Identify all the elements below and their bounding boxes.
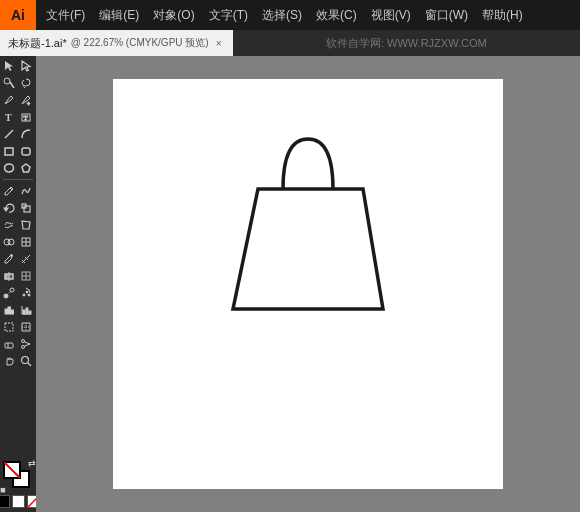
line-tool[interactable] bbox=[1, 126, 17, 142]
rotate-tool[interactable] bbox=[1, 200, 17, 216]
measure-tool[interactable] bbox=[18, 251, 34, 267]
menu-view[interactable]: 视图(V) bbox=[365, 0, 417, 30]
menu-effect[interactable]: 效果(C) bbox=[310, 0, 363, 30]
svg-line-56 bbox=[28, 363, 31, 366]
mesh-tool[interactable] bbox=[18, 268, 34, 284]
shape-builder-tool[interactable] bbox=[1, 234, 17, 250]
magic-lasso-row bbox=[1, 75, 35, 91]
pencil-tool[interactable] bbox=[1, 183, 17, 199]
svg-text:T: T bbox=[24, 114, 29, 122]
separator-1 bbox=[3, 179, 33, 180]
svg-text:+: + bbox=[27, 100, 30, 106]
fill-color-box[interactable] bbox=[3, 461, 21, 479]
color-area: ⇄ ◼ bbox=[0, 461, 40, 512]
blend-tool[interactable] bbox=[1, 285, 17, 301]
column-graph-tool[interactable] bbox=[18, 302, 34, 318]
svg-line-0 bbox=[10, 82, 14, 88]
ellipse-row bbox=[1, 160, 35, 176]
svg-rect-38 bbox=[5, 309, 8, 314]
active-tab[interactable]: 未标题-1.ai* @ 222.67% (CMYK/GPU 预览) × bbox=[0, 30, 233, 56]
tab-label: 未标题-1.ai* bbox=[8, 36, 67, 51]
svg-point-32 bbox=[4, 294, 8, 298]
svg-line-3 bbox=[5, 102, 7, 104]
svg-line-8 bbox=[5, 130, 13, 138]
artboard-row bbox=[1, 319, 35, 335]
svg-point-33 bbox=[10, 288, 14, 292]
svg-line-53 bbox=[24, 342, 30, 344]
svg-marker-12 bbox=[22, 164, 30, 172]
pen-tool[interactable] bbox=[1, 92, 17, 108]
add-anchor-tool[interactable]: + bbox=[18, 92, 34, 108]
rectangle-tool[interactable] bbox=[1, 143, 17, 159]
svg-rect-44 bbox=[26, 308, 28, 314]
magic-wand-tool[interactable] bbox=[1, 75, 17, 91]
ellipse-tool[interactable] bbox=[1, 160, 17, 176]
area-type-tool[interactable]: T bbox=[18, 109, 34, 125]
solid-color-button[interactable] bbox=[0, 495, 10, 508]
artboard-tool[interactable] bbox=[1, 319, 17, 335]
tabbar: 未标题-1.ai* @ 222.67% (CMYK/GPU 预览) × 软件自学… bbox=[0, 30, 580, 56]
scissors-tool[interactable] bbox=[18, 336, 34, 352]
menu-select[interactable]: 选择(S) bbox=[256, 0, 308, 30]
arc-tool[interactable] bbox=[18, 126, 34, 142]
direct-selection-tool[interactable] bbox=[18, 58, 34, 74]
svg-point-22 bbox=[11, 255, 13, 257]
type-tool[interactable]: T bbox=[1, 109, 17, 125]
svg-point-37 bbox=[28, 294, 30, 296]
svg-point-35 bbox=[23, 294, 25, 296]
svg-line-34 bbox=[7, 291, 10, 294]
watermark-text: 软件自学网: WWW.RJZXW.COM bbox=[233, 36, 580, 51]
eyedropper-tool[interactable] bbox=[1, 251, 17, 267]
pencil-row bbox=[1, 183, 35, 199]
svg-point-18 bbox=[8, 239, 14, 245]
eraser-tool[interactable] bbox=[1, 336, 17, 352]
free-transform-tool[interactable] bbox=[18, 217, 34, 233]
menu-bar: 文件(F) 编辑(E) 对象(O) 文字(T) 选择(S) 效果(C) 视图(V… bbox=[36, 0, 580, 30]
live-paint-tool[interactable] bbox=[18, 234, 34, 250]
ai-logo: Ai bbox=[0, 0, 36, 30]
hand-tool[interactable] bbox=[1, 353, 17, 369]
menu-object[interactable]: 对象(O) bbox=[147, 0, 200, 30]
svg-rect-9 bbox=[5, 148, 13, 155]
blend-row bbox=[1, 285, 35, 301]
gradient-row bbox=[1, 268, 35, 284]
eraser-row bbox=[1, 336, 35, 352]
swap-colors-icon[interactable]: ⇄ bbox=[28, 458, 36, 468]
rounded-rect-tool[interactable] bbox=[18, 143, 34, 159]
symbol-spray-tool[interactable] bbox=[18, 285, 34, 301]
warp-row bbox=[1, 217, 35, 233]
reset-colors-icon[interactable]: ◼ bbox=[0, 486, 6, 494]
svg-text:T: T bbox=[5, 112, 12, 123]
bag-illustration bbox=[208, 109, 408, 329]
menu-file[interactable]: 文件(F) bbox=[40, 0, 91, 30]
menu-type[interactable]: 文字(T) bbox=[203, 0, 254, 30]
shapebuilder-row bbox=[1, 234, 35, 250]
tab-close-button[interactable]: × bbox=[213, 37, 225, 49]
shape-row bbox=[1, 143, 35, 159]
type-row: T T bbox=[1, 109, 35, 125]
svg-rect-10 bbox=[22, 148, 30, 155]
gradient-tool[interactable] bbox=[1, 268, 17, 284]
menu-help[interactable]: 帮助(H) bbox=[476, 0, 529, 30]
slice-tool[interactable] bbox=[18, 319, 34, 335]
titlebar: Ai 文件(F) 编辑(E) 对象(O) 文字(T) 选择(S) 效果(C) 视… bbox=[0, 0, 580, 30]
menu-window[interactable]: 窗口(W) bbox=[419, 0, 474, 30]
artboard bbox=[113, 79, 503, 489]
selection-tool[interactable] bbox=[1, 58, 17, 74]
warp-tool[interactable] bbox=[1, 217, 17, 233]
scale-tool[interactable] bbox=[18, 200, 34, 216]
smooth-tool[interactable] bbox=[18, 183, 34, 199]
tab-info: @ 222.67% (CMYK/GPU 预览) bbox=[71, 36, 209, 50]
svg-rect-46 bbox=[5, 323, 13, 331]
line-row bbox=[1, 126, 35, 142]
graph-tool[interactable] bbox=[1, 302, 17, 318]
menu-edit[interactable]: 编辑(E) bbox=[93, 0, 145, 30]
main-area: + T T bbox=[0, 56, 580, 512]
svg-line-2 bbox=[24, 87, 26, 89]
zoom-tool[interactable] bbox=[18, 353, 34, 369]
polygon-tool[interactable] bbox=[18, 160, 34, 176]
lasso-tool[interactable] bbox=[18, 75, 34, 91]
selection-tools-row bbox=[1, 58, 35, 74]
gradient-color-button[interactable] bbox=[12, 495, 25, 508]
svg-rect-45 bbox=[29, 311, 31, 314]
